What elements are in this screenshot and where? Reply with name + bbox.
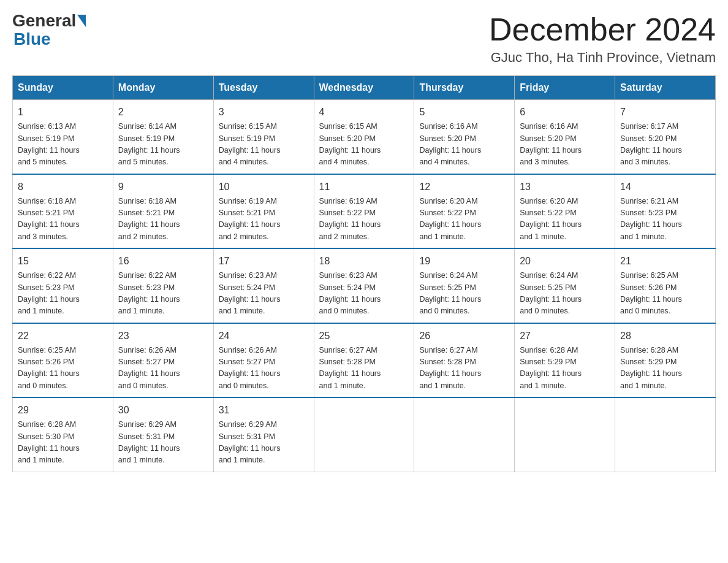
calendar-day-cell: 17Sunrise: 6:23 AMSunset: 5:24 PMDayligh… — [213, 248, 314, 323]
calendar-week-row: 1Sunrise: 6:13 AMSunset: 5:19 PMDaylight… — [13, 100, 716, 174]
calendar-day-cell: 11Sunrise: 6:19 AMSunset: 5:22 PMDayligh… — [314, 174, 414, 249]
day-number: 21 — [620, 254, 710, 269]
logo-arrow-icon — [77, 15, 86, 27]
day-number: 20 — [520, 254, 610, 269]
calendar-day-cell: 16Sunrise: 6:22 AMSunset: 5:23 PMDayligh… — [113, 248, 213, 323]
calendar-day-cell — [314, 397, 414, 472]
calendar-day-cell: 21Sunrise: 6:25 AMSunset: 5:26 PMDayligh… — [615, 248, 716, 323]
day-number: 7 — [620, 105, 710, 120]
day-info: Sunrise: 6:27 AMSunset: 5:28 PMDaylight:… — [319, 345, 409, 393]
calendar-header-row: SundayMondayTuesdayWednesdayThursdayFrid… — [13, 76, 716, 100]
calendar-day-cell: 12Sunrise: 6:20 AMSunset: 5:22 PMDayligh… — [414, 174, 515, 249]
day-info: Sunrise: 6:29 AMSunset: 5:31 PMDaylight:… — [118, 419, 208, 467]
day-info: Sunrise: 6:23 AMSunset: 5:24 PMDaylight:… — [319, 270, 409, 318]
day-info: Sunrise: 6:13 AMSunset: 5:19 PMDaylight:… — [18, 121, 108, 169]
day-info: Sunrise: 6:16 AMSunset: 5:20 PMDaylight:… — [520, 121, 610, 169]
day-info: Sunrise: 6:23 AMSunset: 5:24 PMDaylight:… — [219, 270, 309, 318]
month-title: December 2024 — [489, 12, 716, 47]
day-number: 24 — [219, 329, 309, 343]
day-of-week-header: Sunday — [13, 76, 113, 100]
logo-blue-text: Blue — [13, 29, 51, 48]
day-number: 4 — [319, 105, 409, 120]
calendar-day-cell: 2Sunrise: 6:14 AMSunset: 5:19 PMDaylight… — [113, 100, 213, 174]
day-number: 19 — [419, 254, 509, 269]
calendar-week-row: 29Sunrise: 6:28 AMSunset: 5:30 PMDayligh… — [13, 397, 716, 472]
day-number: 27 — [520, 329, 610, 343]
calendar-day-cell — [414, 397, 515, 472]
day-number: 6 — [520, 105, 610, 120]
day-number: 29 — [18, 403, 108, 418]
calendar-day-cell: 5Sunrise: 6:16 AMSunset: 5:20 PMDaylight… — [414, 100, 515, 174]
calendar-day-cell: 9Sunrise: 6:18 AMSunset: 5:21 PMDaylight… — [113, 174, 213, 249]
calendar-day-cell: 18Sunrise: 6:23 AMSunset: 5:24 PMDayligh… — [314, 248, 414, 323]
calendar-day-cell: 14Sunrise: 6:21 AMSunset: 5:23 PMDayligh… — [615, 174, 716, 249]
calendar-day-cell: 19Sunrise: 6:24 AMSunset: 5:25 PMDayligh… — [414, 248, 515, 323]
calendar-day-cell: 30Sunrise: 6:29 AMSunset: 5:31 PMDayligh… — [113, 397, 213, 472]
day-number: 2 — [118, 105, 208, 120]
day-number: 14 — [620, 180, 710, 194]
day-info: Sunrise: 6:15 AMSunset: 5:20 PMDaylight:… — [319, 121, 409, 169]
day-number: 11 — [319, 180, 409, 194]
day-of-week-header: Saturday — [615, 76, 716, 100]
day-number: 15 — [18, 254, 108, 269]
day-info: Sunrise: 6:24 AMSunset: 5:25 PMDaylight:… — [419, 270, 509, 318]
day-number: 25 — [319, 329, 409, 343]
calendar-day-cell: 6Sunrise: 6:16 AMSunset: 5:20 PMDaylight… — [515, 100, 615, 174]
day-info: Sunrise: 6:16 AMSunset: 5:20 PMDaylight:… — [419, 121, 509, 169]
day-of-week-header: Wednesday — [314, 76, 414, 100]
day-number: 5 — [419, 105, 509, 120]
day-number: 17 — [219, 254, 309, 269]
day-number: 23 — [118, 329, 208, 343]
day-info: Sunrise: 6:25 AMSunset: 5:26 PMDaylight:… — [620, 270, 710, 318]
page-header: General Blue December 2024 GJuc Tho, Ha … — [12, 12, 716, 66]
calendar-day-cell: 7Sunrise: 6:17 AMSunset: 5:20 PMDaylight… — [615, 100, 716, 174]
calendar-week-row: 22Sunrise: 6:25 AMSunset: 5:26 PMDayligh… — [13, 323, 716, 398]
calendar-week-row: 8Sunrise: 6:18 AMSunset: 5:21 PMDaylight… — [13, 174, 716, 249]
day-number: 10 — [219, 180, 309, 194]
day-number: 8 — [18, 180, 108, 194]
day-info: Sunrise: 6:18 AMSunset: 5:21 PMDaylight:… — [118, 196, 208, 243]
day-info: Sunrise: 6:18 AMSunset: 5:21 PMDaylight:… — [18, 196, 108, 243]
day-info: Sunrise: 6:21 AMSunset: 5:23 PMDaylight:… — [620, 196, 710, 243]
day-info: Sunrise: 6:14 AMSunset: 5:19 PMDaylight:… — [118, 121, 208, 169]
day-number: 18 — [319, 254, 409, 269]
day-number: 31 — [219, 403, 309, 418]
day-number: 1 — [18, 105, 108, 120]
calendar-day-cell — [515, 397, 615, 472]
calendar-day-cell: 4Sunrise: 6:15 AMSunset: 5:20 PMDaylight… — [314, 100, 414, 174]
day-info: Sunrise: 6:17 AMSunset: 5:20 PMDaylight:… — [620, 121, 710, 169]
day-number: 12 — [419, 180, 509, 194]
calendar-day-cell: 29Sunrise: 6:28 AMSunset: 5:30 PMDayligh… — [13, 397, 113, 472]
calendar-day-cell: 24Sunrise: 6:26 AMSunset: 5:27 PMDayligh… — [213, 323, 314, 398]
day-number: 13 — [520, 180, 610, 194]
day-number: 30 — [118, 403, 208, 418]
calendar-day-cell: 3Sunrise: 6:15 AMSunset: 5:19 PMDaylight… — [213, 100, 314, 174]
day-info: Sunrise: 6:22 AMSunset: 5:23 PMDaylight:… — [18, 270, 108, 318]
day-info: Sunrise: 6:28 AMSunset: 5:30 PMDaylight:… — [18, 419, 108, 467]
calendar-week-row: 15Sunrise: 6:22 AMSunset: 5:23 PMDayligh… — [13, 248, 716, 323]
calendar-day-cell: 8Sunrise: 6:18 AMSunset: 5:21 PMDaylight… — [13, 174, 113, 249]
day-info: Sunrise: 6:22 AMSunset: 5:23 PMDaylight:… — [118, 270, 208, 318]
day-info: Sunrise: 6:19 AMSunset: 5:21 PMDaylight:… — [219, 196, 309, 243]
calendar-day-cell: 25Sunrise: 6:27 AMSunset: 5:28 PMDayligh… — [314, 323, 414, 398]
day-info: Sunrise: 6:28 AMSunset: 5:29 PMDaylight:… — [620, 345, 710, 393]
day-info: Sunrise: 6:29 AMSunset: 5:31 PMDaylight:… — [219, 419, 309, 467]
logo: General Blue — [12, 12, 86, 49]
day-number: 28 — [620, 329, 710, 343]
day-info: Sunrise: 6:15 AMSunset: 5:19 PMDaylight:… — [219, 121, 309, 169]
calendar-day-cell: 13Sunrise: 6:20 AMSunset: 5:22 PMDayligh… — [515, 174, 615, 249]
calendar-table: SundayMondayTuesdayWednesdayThursdayFrid… — [12, 75, 716, 472]
day-info: Sunrise: 6:19 AMSunset: 5:22 PMDaylight:… — [319, 196, 409, 243]
calendar-day-cell: 26Sunrise: 6:27 AMSunset: 5:28 PMDayligh… — [414, 323, 515, 398]
day-of-week-header: Monday — [113, 76, 213, 100]
calendar-day-cell: 31Sunrise: 6:29 AMSunset: 5:31 PMDayligh… — [213, 397, 314, 472]
calendar-day-cell: 22Sunrise: 6:25 AMSunset: 5:26 PMDayligh… — [13, 323, 113, 398]
day-number: 9 — [118, 180, 208, 194]
day-of-week-header: Friday — [515, 76, 615, 100]
calendar-day-cell: 23Sunrise: 6:26 AMSunset: 5:27 PMDayligh… — [113, 323, 213, 398]
day-of-week-header: Tuesday — [213, 76, 314, 100]
day-number: 26 — [419, 329, 509, 343]
location-title: GJuc Tho, Ha Tinh Province, Vietnam — [489, 50, 716, 66]
day-number: 3 — [219, 105, 309, 120]
day-number: 16 — [118, 254, 208, 269]
